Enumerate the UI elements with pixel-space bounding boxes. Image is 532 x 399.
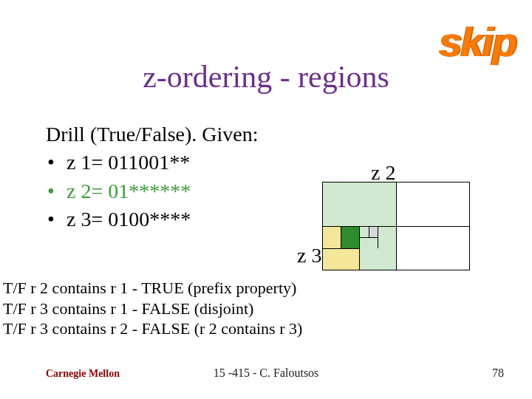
- answers-block: T/F r 2 contains r 1 - TRUE (prefix prop…: [3, 278, 302, 339]
- grid-h1: [322, 226, 470, 227]
- footer-page: 78: [492, 366, 504, 380]
- footer-course: 15 -415 - C. Faloutsos: [0, 366, 532, 380]
- slide-title: z-ordering - regions: [0, 59, 532, 95]
- answer-line: T/F r 3 contains r 1 - FALSE (disjoint): [3, 299, 302, 319]
- z3-label: z 3: [297, 244, 321, 267]
- slide: skip z-ordering - regions Drill (True/Fa…: [0, 0, 532, 399]
- grid-v4: [369, 226, 369, 237]
- answer-line: T/F r 2 contains r 1 - TRUE (prefix prop…: [3, 278, 302, 299]
- grid-v3: [341, 226, 341, 248]
- grid-v5: [378, 226, 378, 248]
- grid-v2: [359, 226, 360, 270]
- bullet-z1: z 1= 011001**: [46, 149, 460, 176]
- region-diagram: [322, 182, 470, 270]
- grid-h2: [322, 248, 359, 249]
- lead-line: Drill (True/False). Given:: [46, 121, 460, 148]
- answer-line: T/F r 3 contains r 2 - FALSE (r 2 contai…: [3, 318, 302, 339]
- grid-h3: [359, 237, 378, 238]
